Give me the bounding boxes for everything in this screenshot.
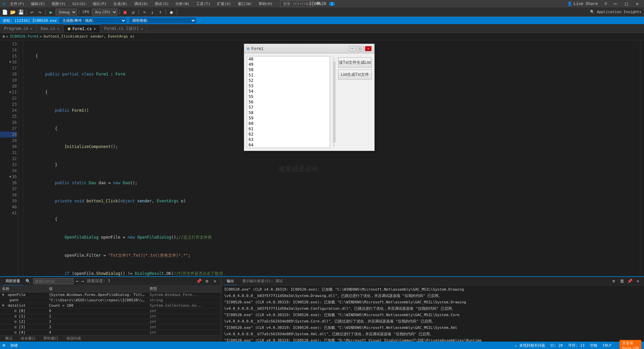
output-tab[interactable]: 输出: [224, 277, 237, 285]
undo-btn[interactable]: ↩: [29, 9, 35, 15]
callstack-select[interactable]: 调用堆栈:: [129, 17, 196, 23]
user-icon: 👤: [567, 1, 572, 6]
list-item[interactable]: 54: [247, 89, 330, 94]
menu-help[interactable]: 帮助(H): [257, 1, 275, 6]
locals-search[interactable]: [33, 278, 73, 284]
menu-window[interactable]: 窗口(W): [236, 1, 254, 6]
cpu-select[interactable]: Any CPU: [92, 9, 117, 15]
devze-badge[interactable]: 开发者DevZe.COM: [620, 340, 641, 349]
new-file-btn[interactable]: 📄: [1, 9, 8, 15]
list-item[interactable]: 51: [247, 72, 330, 78]
wrap-icon[interactable]: ≡: [610, 278, 617, 285]
step-out-btn[interactable]: ↑: [157, 9, 164, 15]
live-share-label: Live Share: [574, 1, 598, 6]
back-btn[interactable]: ←: [76, 279, 79, 284]
menu-debug[interactable]: 调试(D): [132, 1, 150, 6]
locals-tab[interactable]: 局部变量: [3, 277, 23, 285]
menu-view[interactable]: 视图(V): [50, 1, 68, 6]
list-item[interactable]: 60: [247, 121, 330, 126]
generate-txt-btn[interactable]: List生成Txt文件: [338, 69, 372, 80]
menu-project[interactable]: 项目(P): [91, 1, 109, 6]
tab-close-program[interactable]: ✕: [30, 27, 32, 31]
form1-maximize-btn[interactable]: □: [357, 46, 364, 51]
app-insights-label[interactable]: 🔍 Application Insights: [589, 10, 643, 14]
feedback-icon[interactable]: ☺: [603, 1, 608, 6]
menu-edit[interactable]: 编辑(E): [29, 1, 47, 6]
step-into-btn[interactable]: ↓: [149, 9, 156, 15]
tab-close-form1[interactable]: ✕: [94, 27, 96, 31]
pin-output-icon[interactable]: 📌: [627, 278, 633, 285]
list-item[interactable]: 56: [247, 99, 330, 105]
save-btn[interactable]: 💾: [17, 9, 24, 15]
list-item[interactable]: 58: [247, 110, 330, 115]
list-item[interactable]: 52: [247, 78, 330, 83]
form1-listbox[interactable]: 4849505152535455565758596061626364: [247, 56, 330, 148]
var-type: string: [148, 298, 221, 303]
pin-icon[interactable]: 📌: [196, 278, 202, 285]
form1-close-btn[interactable]: ✕: [365, 46, 372, 51]
list-item[interactable]: 59: [247, 115, 330, 121]
debug-mode-select[interactable]: Debug: [56, 9, 77, 15]
restart-btn[interactable]: ↺: [130, 9, 137, 15]
form1-scrollbar[interactable]: ▲ ▼: [333, 56, 335, 148]
search-box[interactable]: 搜索 (Ctrl+Q): [280, 1, 314, 7]
thread-select[interactable]: 主函数/事件 - 线程:: [59, 17, 126, 23]
tab-dao-cs[interactable]: Dao.cs ✕: [37, 24, 63, 33]
settings-icon[interactable]: ⚙: [204, 278, 210, 285]
list-item[interactable]: 61: [247, 126, 330, 132]
tab-close-designer[interactable]: ✕: [141, 27, 143, 31]
step-over-btn[interactable]: ↷: [141, 9, 148, 15]
list-item[interactable]: 57: [247, 105, 330, 110]
breakpoints-tab[interactable]: 断点: [3, 335, 15, 342]
list-item[interactable]: 48: [247, 56, 330, 62]
live-share-icon[interactable]: 👤 Live Share: [565, 1, 600, 7]
list-item[interactable]: 63: [247, 137, 330, 142]
clear-icon[interactable]: 🗑: [619, 278, 625, 285]
tab-program-cs[interactable]: Program.cs ✕: [0, 24, 37, 33]
maximize-btn[interactable]: □: [622, 1, 630, 6]
list-item[interactable]: 49: [247, 62, 330, 67]
notification-badge: 2: [329, 2, 335, 6]
close-panel-btn[interactable]: ✕: [212, 278, 218, 285]
callstack-tab[interactable]: 错误列表: [64, 335, 84, 342]
scroll-up-btn[interactable]: ▲: [333, 57, 335, 60]
tab-form1-cs[interactable]: Form1.cs ✕: [64, 24, 100, 33]
menu-analyze[interactable]: 分析(N): [173, 1, 192, 6]
tab-form1-designer[interactable]: Form1.cs [设计] ✕: [100, 24, 148, 33]
tab-close-dao[interactable]: ✕: [57, 27, 59, 31]
open-btn[interactable]: 📂: [9, 9, 16, 15]
close-btn[interactable]: ✕: [633, 1, 641, 6]
expand-icon[interactable]: ▼: [2, 293, 4, 297]
breadcrumb-method[interactable]: button1_Click(object sender, EventArgs e…: [44, 34, 135, 39]
close-output-btn[interactable]: ✕: [635, 278, 641, 285]
locals-panel: 局部变量 🔍 ← → 搜索深度: 3 📌 ⚙ ✕ 名称 值 类型: [0, 277, 221, 342]
menu-tools[interactable]: 工具(T): [194, 1, 212, 6]
breadcrumb-class[interactable]: IC00520.Form1: [10, 34, 39, 39]
menu-build[interactable]: 生成(B): [111, 1, 129, 6]
minimize-btn[interactable]: ─: [611, 1, 620, 7]
cmd-tab[interactable]: 命令窗口: [18, 335, 38, 342]
list-item[interactable]: 62: [247, 132, 330, 137]
redo-btn[interactable]: ↪: [37, 9, 43, 15]
locals-header: 局部变量 🔍 ← → 搜索深度: 3 📌 ⚙ ✕: [0, 277, 221, 286]
forward-btn[interactable]: →: [82, 279, 84, 284]
read-txt-btn[interactable]: 读Txt文件生成List: [338, 57, 372, 67]
list-item[interactable]: 55: [247, 94, 330, 99]
immediate-tab[interactable]: 即时窗口: [41, 335, 61, 342]
breakpoint-btn[interactable]: ●: [168, 9, 175, 15]
menu-file[interactable]: 文件(F): [8, 1, 26, 6]
list-item[interactable]: 53: [247, 83, 330, 89]
col-type: 类型: [148, 286, 221, 292]
form1-minimize-btn[interactable]: ─: [349, 46, 356, 51]
sep3: [79, 9, 79, 15]
stop-debug-btn[interactable]: ■: [122, 9, 128, 15]
menu-extensions[interactable]: 扩展(X): [215, 1, 233, 6]
menu-git[interactable]: Git(G): [70, 2, 88, 6]
list-item[interactable]: 64: [247, 142, 330, 148]
minimap-scrollbar[interactable]: [640, 40, 644, 276]
start-btn[interactable]: ▶: [48, 9, 54, 15]
menu-test[interactable]: 测试(S): [153, 1, 171, 6]
scroll-down-btn[interactable]: ▼: [333, 144, 335, 147]
list-item[interactable]: 50: [247, 67, 330, 72]
expand-icon[interactable]: ▼: [2, 303, 4, 308]
